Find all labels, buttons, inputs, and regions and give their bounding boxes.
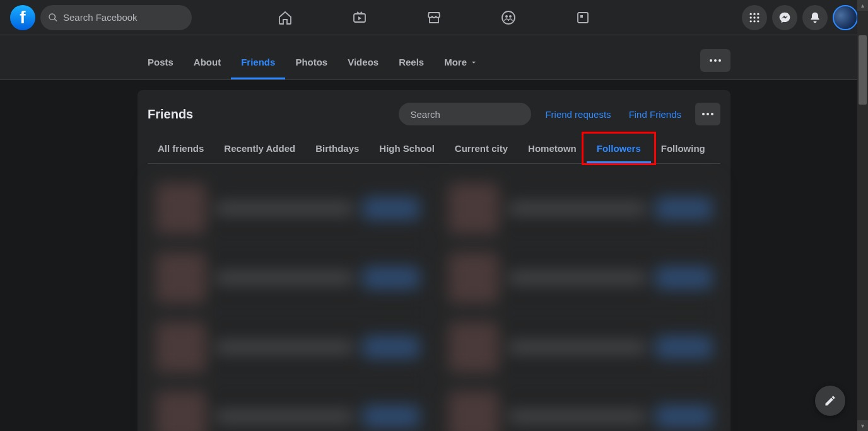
friend-avatar	[449, 391, 499, 431]
gaming-icon	[575, 10, 590, 25]
nav-marketplace[interactable]	[399, 1, 469, 34]
svg-point-9	[750, 16, 752, 18]
new-message-button[interactable]	[815, 386, 845, 416]
messenger-button[interactable]	[772, 5, 797, 30]
facebook-logo[interactable]: f	[10, 5, 35, 30]
grid-icon	[748, 11, 761, 24]
nav-gaming[interactable]	[548, 1, 618, 34]
messenger-icon	[778, 11, 791, 24]
filter-tab-all-friends[interactable]: All friends	[148, 135, 214, 163]
svg-point-14	[757, 20, 759, 22]
friend-card[interactable]	[440, 176, 720, 241]
global-search[interactable]	[40, 5, 192, 30]
profile-tab-about[interactable]: About	[184, 47, 231, 79]
nav-home[interactable]	[250, 1, 320, 34]
filter-tab-hometown[interactable]: Hometown	[518, 135, 587, 163]
friend-card[interactable]	[148, 246, 428, 310]
friend-name	[216, 342, 353, 353]
main-nav	[250, 1, 618, 34]
friends-title: Friends	[148, 107, 389, 122]
svg-point-10	[753, 16, 755, 18]
notifications-button[interactable]	[802, 5, 828, 30]
friend-name	[509, 411, 645, 422]
filter-tab-followers[interactable]: Followers	[587, 135, 651, 163]
friend-action-button[interactable]	[363, 336, 419, 359]
friend-action-button[interactable]	[655, 336, 712, 359]
account-avatar[interactable]	[833, 5, 858, 30]
profile-tab-videos[interactable]: Videos	[337, 47, 389, 79]
profile-nav: Posts About Friends Photos Videos Reels …	[138, 35, 730, 79]
svg-point-3	[509, 15, 512, 18]
friend-card[interactable]	[440, 246, 720, 310]
friend-avatar	[449, 253, 499, 303]
home-icon	[278, 10, 293, 25]
svg-point-7	[753, 13, 755, 14]
filter-tab-following[interactable]: Following	[651, 135, 715, 163]
friend-card[interactable]	[440, 384, 720, 431]
profile-nav-wrap: Posts About Friends Photos Videos Reels …	[0, 35, 868, 80]
friend-card[interactable]	[148, 384, 428, 431]
search-icon	[48, 13, 58, 23]
scroll-down-arrow[interactable]: ▾	[857, 420, 868, 431]
top-header: f	[0, 0, 868, 35]
filter-tab-recently-added[interactable]: Recently Added	[214, 135, 305, 163]
svg-point-2	[505, 15, 508, 18]
friend-name	[216, 272, 353, 284]
profile-tab-reels[interactable]: Reels	[389, 47, 434, 79]
header-right	[742, 5, 858, 30]
friend-avatar	[449, 322, 499, 372]
friend-name	[509, 203, 645, 214]
friend-avatar	[156, 253, 206, 303]
friend-action-button[interactable]	[363, 197, 419, 220]
caret-down-icon	[469, 58, 478, 67]
friend-action-button[interactable]	[363, 267, 419, 289]
search-input[interactable]	[63, 12, 184, 23]
svg-rect-5	[580, 15, 583, 18]
nav-groups[interactable]	[474, 1, 543, 34]
friend-card[interactable]	[148, 176, 428, 241]
profile-tab-friends[interactable]: Friends	[231, 47, 285, 79]
friends-search[interactable]	[399, 103, 531, 125]
friend-action-button[interactable]	[655, 405, 712, 428]
ellipsis-icon	[702, 113, 713, 115]
profile-tab-more[interactable]: More	[434, 47, 488, 79]
profile-more-actions[interactable]	[700, 49, 730, 72]
filter-tab-current-city[interactable]: Current city	[445, 135, 518, 163]
svg-point-11	[757, 16, 759, 18]
more-label: More	[444, 57, 467, 67]
friend-avatar	[449, 183, 499, 234]
scroll-thumb[interactable]	[859, 35, 867, 105]
friend-action-button[interactable]	[363, 405, 419, 428]
friend-avatar	[156, 391, 206, 431]
scrollbar[interactable]: ▴ ▾	[857, 0, 868, 431]
profile-tab-photos[interactable]: Photos	[285, 47, 337, 79]
menu-button[interactable]	[742, 5, 767, 30]
friend-card[interactable]	[148, 315, 428, 379]
friend-name	[509, 342, 645, 353]
friend-action-button[interactable]	[655, 267, 712, 289]
friends-card: Friends Friend requests Find Friends All…	[138, 90, 730, 431]
friend-requests-link[interactable]: Friend requests	[541, 109, 614, 120]
friend-avatar	[156, 322, 206, 372]
svg-point-8	[757, 13, 759, 14]
groups-icon	[501, 10, 516, 25]
friends-more-actions[interactable]	[695, 103, 720, 125]
friend-name	[216, 411, 353, 422]
svg-point-6	[750, 13, 752, 14]
filter-tab-birthdays[interactable]: Birthdays	[305, 135, 369, 163]
friend-name	[216, 203, 353, 214]
marketplace-icon	[426, 10, 442, 25]
profile-tab-posts[interactable]: Posts	[138, 47, 184, 79]
watch-icon	[352, 10, 367, 25]
friend-card[interactable]	[440, 315, 720, 379]
filter-tab-high-school[interactable]: High School	[369, 135, 445, 163]
friend-avatar	[156, 183, 206, 234]
friend-action-button[interactable]	[655, 197, 712, 220]
nav-watch[interactable]	[325, 1, 394, 34]
friends-search-input[interactable]	[410, 109, 530, 120]
find-friends-link[interactable]: Find Friends	[625, 109, 685, 120]
scroll-up-arrow[interactable]: ▴	[857, 0, 868, 11]
followers-grid	[148, 176, 720, 431]
compose-icon	[824, 394, 836, 407]
friends-card-header: Friends Friend requests Find Friends	[148, 100, 720, 130]
